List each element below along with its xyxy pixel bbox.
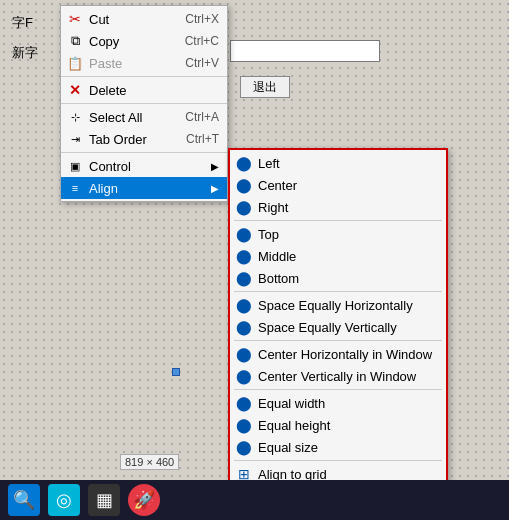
submenu-item-right[interactable]: ⬤ Right	[230, 196, 446, 218]
align-bottom-icon: ⬤	[234, 270, 254, 286]
center-horiz-win-label: Center Horizontally in Window	[258, 347, 432, 362]
menu-item-tab-order[interactable]: ⇥ Tab Order Ctrl+T	[61, 128, 227, 150]
equal-height-icon: ⬤	[234, 417, 254, 433]
menu-item-select-all[interactable]: ⊹ Select All Ctrl+A	[61, 106, 227, 128]
center-vert-win-label: Center Vertically in Window	[258, 369, 416, 384]
align-middle-label: Middle	[258, 249, 296, 264]
align-center-icon: ⬤	[234, 177, 254, 193]
submenu-item-center[interactable]: ⬤ Center	[230, 174, 446, 196]
space-vert-icon: ⬤	[234, 319, 254, 335]
form-label-1: 字F	[12, 14, 33, 32]
form-button-exit[interactable]: 退出	[240, 76, 290, 98]
control-arrow-icon: ▶	[211, 161, 219, 172]
select-all-icon: ⊹	[65, 111, 85, 124]
canvas-dimensions: 819 × 460	[125, 456, 174, 468]
align-right-label: Right	[258, 200, 288, 215]
copy-label: Copy	[89, 34, 119, 49]
equal-height-label: Equal height	[258, 418, 330, 433]
delete-icon: ✕	[65, 82, 85, 98]
align-top-label: Top	[258, 227, 279, 242]
control-icon: ▣	[65, 160, 85, 173]
align-center-label: Center	[258, 178, 297, 193]
sub-separator-5	[234, 460, 442, 461]
taskbar-icon-app1[interactable]: ◎	[48, 484, 80, 516]
submenu-item-center-horiz-win[interactable]: ⬤ Center Horizontally in Window	[230, 343, 446, 365]
align-middle-icon: ⬤	[234, 248, 254, 264]
form-textbox[interactable]	[230, 40, 380, 62]
menu-item-paste[interactable]: 📋 Paste Ctrl+V	[61, 52, 227, 74]
align-left-label: Left	[258, 156, 280, 171]
tab-order-shortcut: Ctrl+T	[170, 132, 219, 146]
submenu-item-space-horiz[interactable]: ⬤ Space Equally Horizontally	[230, 294, 446, 316]
selection-handle	[172, 368, 180, 376]
sub-separator-1	[234, 220, 442, 221]
context-menu: ✂ Cut Ctrl+X ⧉ Copy Ctrl+C 📋 Paste Ctrl+…	[60, 5, 228, 202]
paste-icon: 📋	[65, 56, 85, 71]
menu-item-copy[interactable]: ⧉ Copy Ctrl+C	[61, 30, 227, 52]
align-top-icon: ⬤	[234, 226, 254, 242]
cut-shortcut: Ctrl+X	[169, 12, 219, 26]
sub-separator-4	[234, 389, 442, 390]
tab-order-label: Tab Order	[89, 132, 147, 147]
separator-3	[61, 152, 227, 153]
space-horiz-icon: ⬤	[234, 297, 254, 313]
sub-separator-3	[234, 340, 442, 341]
taskbar-icon-search[interactable]: 🔍	[8, 484, 40, 516]
equal-size-label: Equal size	[258, 440, 318, 455]
align-submenu: ⬤ Left ⬤ Center ⬤ Right ⬤ Top ⬤ Middle ⬤…	[228, 148, 448, 489]
copy-shortcut: Ctrl+C	[169, 34, 219, 48]
submenu-item-left[interactable]: ⬤ Left	[230, 152, 446, 174]
equal-size-icon: ⬤	[234, 439, 254, 455]
align-left-icon: ⬤	[234, 155, 254, 171]
align-right-icon: ⬤	[234, 199, 254, 215]
canvas-status-bar: 819 × 460	[120, 454, 179, 470]
submenu-item-middle[interactable]: ⬤ Middle	[230, 245, 446, 267]
sub-separator-2	[234, 291, 442, 292]
submenu-item-space-vert[interactable]: ⬤ Space Equally Vertically	[230, 316, 446, 338]
menu-item-cut[interactable]: ✂ Cut Ctrl+X	[61, 8, 227, 30]
space-vert-label: Space Equally Vertically	[258, 320, 397, 335]
align-bottom-label: Bottom	[258, 271, 299, 286]
copy-icon: ⧉	[65, 33, 85, 49]
equal-width-icon: ⬤	[234, 395, 254, 411]
control-label: Control	[89, 159, 131, 174]
equal-width-label: Equal width	[258, 396, 325, 411]
menu-item-align[interactable]: ≡ Align ▶	[61, 177, 227, 199]
submenu-item-center-vert-win[interactable]: ⬤ Center Vertically in Window	[230, 365, 446, 387]
form-label-2: 新字	[12, 44, 38, 62]
taskbar-icon-app3[interactable]: 🚀	[128, 484, 160, 516]
submenu-item-equal-size[interactable]: ⬤ Equal size	[230, 436, 446, 458]
delete-label: Delete	[89, 83, 127, 98]
menu-item-delete[interactable]: ✕ Delete	[61, 79, 227, 101]
select-all-label: Select All	[89, 110, 142, 125]
align-label: Align	[89, 181, 118, 196]
taskbar-icon-app2[interactable]: ▦	[88, 484, 120, 516]
submenu-item-bottom[interactable]: ⬤ Bottom	[230, 267, 446, 289]
menu-item-control[interactable]: ▣ Control ▶	[61, 155, 227, 177]
submenu-item-top[interactable]: ⬤ Top	[230, 223, 446, 245]
tab-order-icon: ⇥	[65, 133, 85, 146]
cut-label: Cut	[89, 12, 109, 27]
separator-1	[61, 76, 227, 77]
select-all-shortcut: Ctrl+A	[169, 110, 219, 124]
align-icon: ≡	[65, 182, 85, 194]
paste-shortcut: Ctrl+V	[169, 56, 219, 70]
center-horiz-win-icon: ⬤	[234, 346, 254, 362]
separator-2	[61, 103, 227, 104]
space-horiz-label: Space Equally Horizontally	[258, 298, 413, 313]
cut-icon: ✂	[65, 11, 85, 27]
taskbar: 🔍 ◎ ▦ 🚀	[0, 480, 509, 520]
center-vert-win-icon: ⬤	[234, 368, 254, 384]
submenu-item-equal-height[interactable]: ⬤ Equal height	[230, 414, 446, 436]
align-arrow-icon: ▶	[211, 183, 219, 194]
paste-label: Paste	[89, 56, 122, 71]
submenu-item-equal-width[interactable]: ⬤ Equal width	[230, 392, 446, 414]
